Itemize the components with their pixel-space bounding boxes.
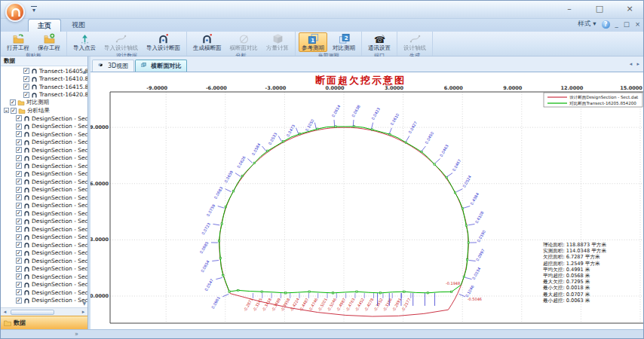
doc-tab-3D视图[interactable]: 3D视图 <box>92 60 134 72</box>
tree-item[interactable]: ✓DesignSection - Sect <box>1 115 87 123</box>
save-project-button[interactable]: 保存工程 <box>35 32 63 52</box>
tree-item[interactable]: ✓DesignSection - Sect <box>1 202 87 210</box>
design-axis-button[interactable]: 设计轴线 <box>400 32 429 52</box>
tree-item[interactable]: ✓DesignSection - Sect <box>1 297 87 305</box>
checkbox[interactable]: ✓ <box>23 84 29 90</box>
tree-item[interactable]: ✓DesignSection - Sect <box>1 289 87 297</box>
tree-item[interactable]: ✓分析结果 <box>1 107 87 115</box>
tree-item[interactable]: ✓DesignSection - Sect <box>1 281 87 289</box>
ribbon-restore-button[interactable]: □ <box>624 20 630 28</box>
checkbox[interactable]: ✓ <box>16 218 22 224</box>
checkbox[interactable]: ✓ <box>16 171 22 177</box>
scroll-left-icon[interactable]: ◂ <box>1 308 9 316</box>
tree-item[interactable]: ✓DesignSection - Sect <box>1 194 87 202</box>
checkbox[interactable]: ✓ <box>16 258 22 264</box>
tree-scroll-up-icon[interactable]: ▲ <box>82 69 86 74</box>
checkbox[interactable]: ✓ <box>16 194 22 200</box>
scroll-right-icon[interactable]: ▸ <box>79 308 87 316</box>
checkbox[interactable]: ✓ <box>16 289 22 295</box>
tree-item[interactable]: ✓DesignSection - Sect <box>1 249 87 258</box>
tree-item[interactable]: ✓DesignSection - Sect <box>1 218 87 226</box>
checkbox[interactable]: ✓ <box>16 124 22 130</box>
tree-item[interactable]: ✓DesignSection - Sect <box>1 178 87 186</box>
tree-item[interactable]: ✓DesignSection - Sect <box>1 186 87 194</box>
window-maximize-button[interactable]: □ <box>590 3 609 15</box>
tree-item[interactable]: ✓对比测期 <box>1 99 87 107</box>
checkbox[interactable]: ✓ <box>16 282 22 288</box>
checkbox[interactable]: ✓ <box>16 155 22 161</box>
tab-scroll-arrows[interactable]: ◂ ▸ <box>630 61 641 67</box>
scrollbar-track[interactable] <box>9 309 79 316</box>
tree-item[interactable]: ✓DesignSection - Sect <box>1 234 87 242</box>
tree-item[interactable]: ✓DesignSection - Sect <box>1 273 87 281</box>
ribbon-minimize-button[interactable]: _ <box>615 20 618 28</box>
reference-epoch-button[interactable]: 1参考测期 <box>299 32 327 52</box>
checkbox[interactable]: ✓ <box>16 187 22 193</box>
chart-canvas[interactable]: -9.0000-6.0000-3.00000.00003.00006.00009… <box>90 72 643 329</box>
quick-access-caret[interactable]: ▾ <box>31 6 37 14</box>
ribbon-tab-视图[interactable]: 视图 <box>63 19 94 32</box>
compare-epoch-button[interactable]: 2对比测期 <box>330 32 358 52</box>
measured-point-marker <box>356 291 357 292</box>
data-panel-tab[interactable]: 数据 <box>1 316 87 329</box>
import-design-section-button[interactable]: 导入设计断面 <box>143 32 183 52</box>
window-close-button[interactable]: × <box>621 3 639 15</box>
tree-item[interactable]: ✓DesignSection - Sect <box>1 225 87 234</box>
tree-item[interactable]: ✓DesignSection - Sect <box>1 146 87 154</box>
ribbon-close-button[interactable]: × <box>635 20 640 28</box>
checkbox[interactable]: ✓ <box>16 179 22 185</box>
tree-item[interactable]: ✓Transect-16410.85 <box>1 75 87 84</box>
checkbox[interactable]: ✓ <box>23 76 29 82</box>
volume-calc-button[interactable]: 方量计算 <box>263 32 292 52</box>
checkbox[interactable]: ✓ <box>23 92 29 98</box>
tree-scroll-down-icon[interactable]: ▼ <box>82 301 86 306</box>
checkbox[interactable]: ✓ <box>16 226 22 232</box>
checkbox[interactable]: ✓ <box>16 210 22 216</box>
checkbox[interactable]: ✓ <box>16 234 22 240</box>
checkbox[interactable]: ✓ <box>23 68 29 74</box>
checkbox[interactable]: ✓ <box>16 139 22 145</box>
tree-item[interactable]: ✓Transect-16420.85 <box>1 91 87 99</box>
import-point-cloud-button[interactable]: 导入点云 <box>70 32 99 52</box>
comm-settings-button[interactable]: ☎通讯设置 <box>365 32 394 52</box>
expander-icon[interactable] <box>4 108 9 113</box>
style-dropdown[interactable]: 样式 ▾ <box>578 20 596 29</box>
checkbox[interactable]: ✓ <box>16 131 22 137</box>
checkbox[interactable]: ✓ <box>16 147 22 153</box>
ribbon-tab-主页[interactable]: 主页 <box>28 19 61 32</box>
checkbox[interactable]: ✓ <box>10 99 16 105</box>
checkbox[interactable]: ✓ <box>16 115 22 121</box>
checkbox[interactable]: ✓ <box>16 203 22 209</box>
tree-item[interactable]: ✓DesignSection - Sect <box>1 170 87 179</box>
tree-item[interactable]: ✓Transect-16415.85 <box>1 83 87 91</box>
tree-item[interactable]: ✓DesignSection - Sect <box>1 123 87 131</box>
tree-item[interactable]: ✓DesignSection - Sect <box>1 241 87 249</box>
checkbox[interactable]: ✓ <box>16 298 22 304</box>
tree-item[interactable]: ✓DesignSection - Sect <box>1 257 87 265</box>
tree-horizontal-scrollbar[interactable]: ◂ ▸ <box>1 307 87 316</box>
panel-collapse-icon[interactable]: » <box>75 330 78 338</box>
section-compare-button[interactable]: 横断面对比 <box>227 32 262 52</box>
checkbox[interactable]: ✓ <box>16 273 22 279</box>
checkbox[interactable]: ✓ <box>16 266 22 272</box>
checkbox[interactable]: ✓ <box>16 163 22 169</box>
tree-item[interactable]: ✓DesignSection - Sect <box>1 265 87 273</box>
doc-tab-横断面对比[interactable]: 横断面对比 <box>135 60 187 72</box>
app-logo-orb[interactable] <box>5 2 25 22</box>
tree-item[interactable]: ✓Transect-16405.85 <box>1 67 87 75</box>
tree-item[interactable]: ✓DesignSection - Sect <box>1 154 87 163</box>
window-minimize-button[interactable]: – <box>560 3 578 15</box>
generate-section-button[interactable]: 生成横断面 <box>190 32 225 52</box>
checkbox[interactable]: ✓ <box>16 242 22 248</box>
tree-item[interactable]: ✓DesignSection - Sect <box>1 139 87 147</box>
import-design-axis-button[interactable]: 导入设计轴线 <box>101 32 141 52</box>
section-icon <box>23 226 30 232</box>
open-project-button[interactable]: 打开工程 <box>4 32 32 52</box>
tree-item[interactable]: ✓DesignSection - Sect <box>1 209 87 218</box>
tree-item[interactable]: ✓DesignSection - Sect <box>1 162 87 170</box>
checkbox[interactable]: ✓ <box>16 250 22 256</box>
help-icon[interactable]: ? <box>602 20 610 29</box>
scrollbar-thumb[interactable] <box>11 310 54 315</box>
checkbox[interactable]: ✓ <box>11 108 17 114</box>
tree-item[interactable]: ✓DesignSection - Sect <box>1 130 87 139</box>
